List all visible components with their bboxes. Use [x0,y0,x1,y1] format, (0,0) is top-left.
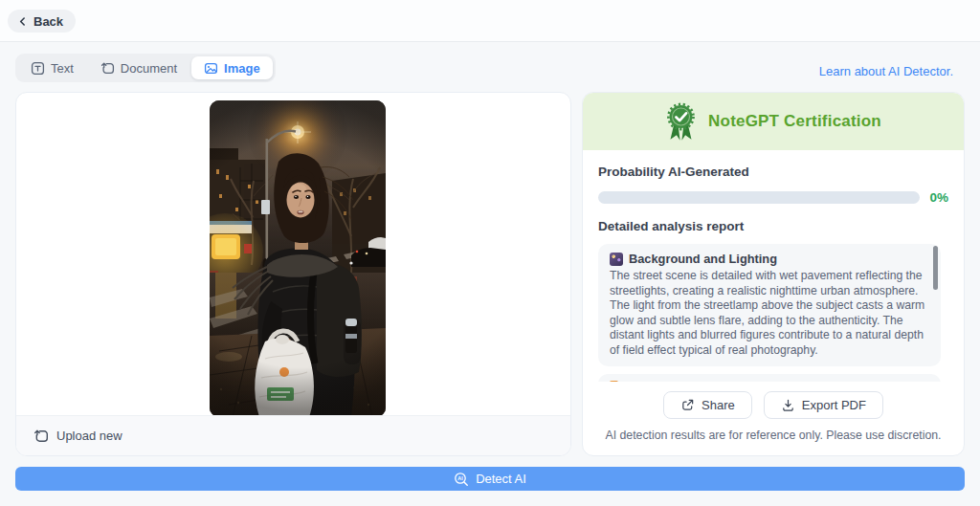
report-title: Detailed analysis report [598,219,948,233]
detection-result-panel: NoteGPT Certification Probability AI-Gen… [582,92,965,456]
share-label: Share [702,398,735,412]
svg-text:AI: AI [457,475,463,481]
chevron-left-icon [16,15,29,28]
night-scene-emoji [610,253,623,266]
upload-icon [33,429,49,444]
report-scroll-area[interactable]: Background and Lighting The street scene… [598,244,948,382]
image-icon [204,61,218,76]
tab-image-label: Image [224,61,260,76]
tab-document-label: Document [121,61,177,76]
text-icon [31,61,45,76]
next-section-emoji [610,381,618,382]
tab-text-label: Text [51,61,74,76]
document-icon [100,61,115,76]
back-label: Back [33,14,63,29]
ai-magnifier-icon: AI [454,472,469,487]
certification-banner: NoteGPT Certification [583,93,964,150]
tab-text[interactable]: Text [18,56,86,79]
tab-document[interactable]: Document [88,56,189,79]
tab-image[interactable]: Image [191,56,273,79]
night-street-photo [210,100,386,417]
report-section-title: Background and Lighting [629,252,777,266]
share-button[interactable]: Share [663,391,752,419]
report-section-card: Background and Lighting The street scene… [598,244,941,366]
progress-track [598,191,920,204]
detect-ai-button[interactable]: AI Detect AI [15,467,965,491]
upload-new-label: Upload new [56,429,122,443]
probability-value: 0% [929,190,948,205]
report-section-body: The street scene is detailed with wet pa… [610,269,929,359]
uploaded-image [210,100,386,417]
download-icon [781,398,795,412]
export-pdf-button[interactable]: Export PDF [764,391,883,419]
upload-new-button[interactable]: Upload new [16,415,570,455]
image-preview-panel: Upload new [15,92,571,456]
certification-title: NoteGPT Certification [708,112,881,131]
probability-label: Probability AI-Generated [598,165,948,179]
detect-ai-label: Detect AI [476,472,526,486]
learn-about-link[interactable]: Learn about AI Detector. [819,64,953,78]
report-scrollbar-thumb[interactable] [933,246,938,290]
disclaimer-text: AI detection results are for reference o… [598,429,948,442]
detector-type-tabs: Text Document Image [15,54,276,82]
certified-ribbon-icon [665,100,697,143]
back-button[interactable]: Back [8,10,76,33]
export-pdf-label: Export PDF [802,398,866,412]
report-next-card-peek [598,374,941,382]
share-icon [680,398,695,412]
top-header: Back [0,0,980,42]
probability-progress: 0% [598,190,948,205]
